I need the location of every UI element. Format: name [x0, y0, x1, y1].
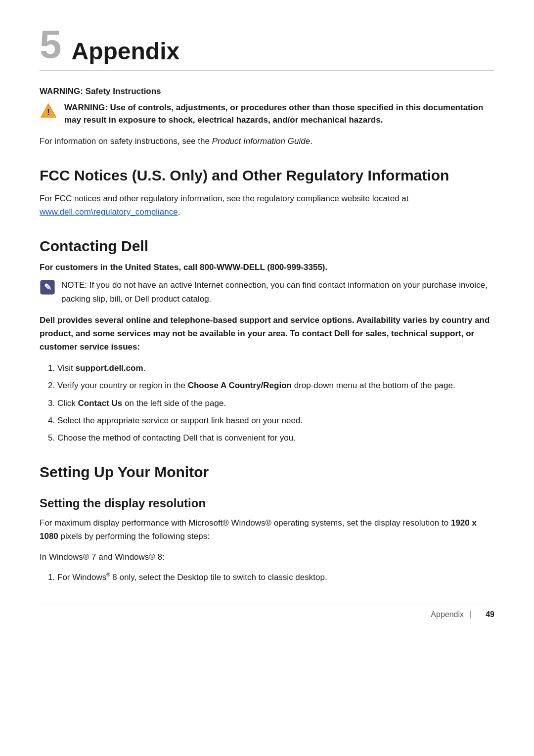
list-item: Click Contact Us on the left side of the…: [57, 397, 494, 410]
windows-steps-list: For Windows® 8 only, select the Desktop …: [57, 571, 494, 584]
display-resolution-body: For maximum display performance with Mic…: [40, 516, 494, 543]
regulatory-link[interactable]: www.dell.com\regulatory_compliance: [40, 207, 178, 217]
footer-label: Appendix: [431, 610, 464, 619]
svg-text:!: !: [47, 107, 50, 117]
warning-box: ! WARNING: Use of controls, adjustments,…: [40, 101, 494, 127]
list-item: Verify your country or region in the Cho…: [57, 379, 494, 392]
safety-body-text: For information on safety instructions, …: [40, 134, 494, 148]
chapter-title: Appendix: [72, 39, 180, 65]
chapter-number: 5: [40, 25, 62, 64]
setting-up-monitor-section: Setting Up Your Monitor Setting the disp…: [40, 462, 494, 584]
contact-steps-list: Visit support.dell.com. Verify your coun…: [57, 361, 494, 445]
footer-page-number: 49: [486, 610, 494, 619]
product-guide-link: Product Information Guide: [212, 136, 310, 146]
contacting-dell-section: Contacting Dell For customers in the Uni…: [40, 236, 494, 445]
list-item: Select the appropriate service or suppor…: [57, 414, 494, 427]
setting-up-monitor-title: Setting Up Your Monitor: [40, 462, 494, 482]
warning-text: WARNING: Use of controls, adjustments, o…: [64, 101, 494, 127]
warning-section: WARNING: Safety Instructions ! WARNING: …: [40, 87, 494, 148]
contacting-dell-title: Contacting Dell: [40, 236, 494, 256]
note-icon: ✎: [40, 279, 55, 295]
svg-text:✎: ✎: [44, 282, 51, 292]
warning-heading: WARNING: Safety Instructions: [40, 87, 494, 96]
fcc-section: FCC Notices (U.S. Only) and Other Regula…: [40, 166, 494, 219]
fcc-title: FCC Notices (U.S. Only) and Other Regula…: [40, 166, 494, 185]
warning-icon: !: [40, 102, 57, 120]
customers-heading: For customers in the United States, call…: [40, 263, 494, 272]
note-text: NOTE: If you do not have an active Inter…: [61, 278, 494, 305]
list-item: Visit support.dell.com.: [57, 361, 494, 375]
footer-separator: |: [470, 610, 472, 619]
list-item: Choose the method of contacting Dell tha…: [57, 431, 494, 445]
in-windows-text: In Windows® 7 and Windows® 8:: [40, 550, 494, 564]
dell-services-paragraph: Dell provides several online and telepho…: [40, 313, 494, 354]
header-rule: [40, 70, 494, 71]
page-header: 5 Appendix: [40, 30, 494, 65]
fcc-body-text: For FCC notices and other regulatory inf…: [40, 192, 494, 219]
page-footer: Appendix | 49: [40, 604, 494, 619]
list-item: For Windows® 8 only, select the Desktop …: [57, 571, 494, 584]
note-box: ✎ NOTE: If you do not have an active Int…: [40, 278, 494, 305]
display-resolution-subtitle: Setting the display resolution: [40, 496, 494, 510]
